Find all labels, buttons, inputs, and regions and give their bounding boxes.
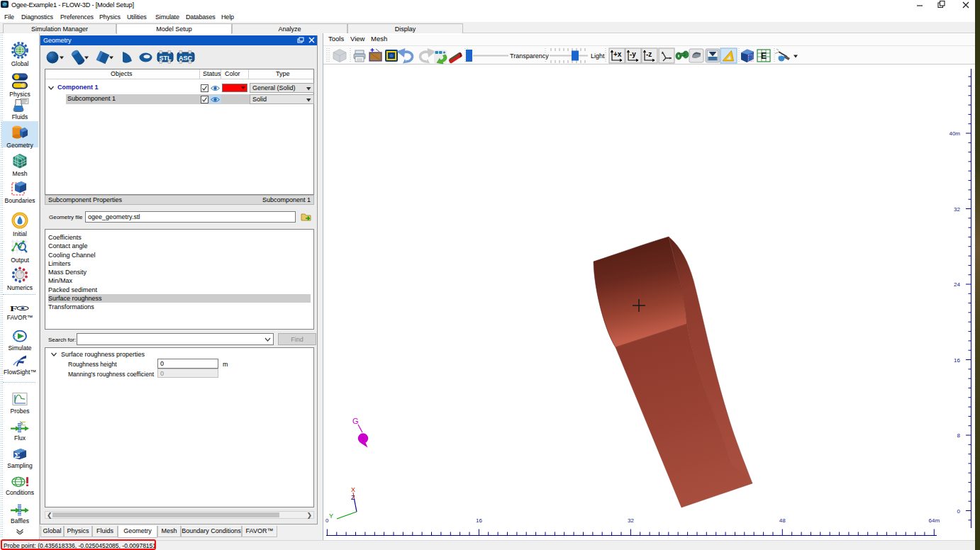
svg-text:16: 16	[476, 517, 482, 524]
svg-text:Σ: Σ	[14, 451, 21, 460]
svg-text:Light: Light	[591, 52, 605, 60]
svg-text:24: 24	[954, 281, 960, 288]
svg-text:E: E	[761, 51, 767, 61]
svg-text:STL: STL	[160, 55, 172, 62]
svg-text:Y: Y	[329, 512, 333, 520]
svg-text:0: 0	[957, 508, 961, 515]
svg-text:-z: -z	[646, 50, 652, 58]
svg-text:16: 16	[954, 357, 960, 364]
svg-text:48: 48	[779, 517, 786, 524]
svg-text:40m: 40m	[949, 130, 960, 137]
svg-text:0: 0	[325, 517, 329, 524]
svg-text:ASC: ASC	[179, 55, 193, 62]
svg-text:-y: -y	[630, 50, 636, 58]
svg-text:64m: 64m	[929, 517, 940, 524]
svg-text:Transparency: Transparency	[510, 52, 549, 60]
svg-text:G: G	[352, 417, 359, 425]
svg-text:F: F	[10, 304, 17, 313]
svg-text:32: 32	[954, 206, 960, 213]
svg-text:8: 8	[957, 432, 961, 439]
svg-text:32: 32	[628, 517, 634, 524]
svg-text:X: X	[351, 486, 355, 493]
svg-text:+x: +x	[613, 50, 622, 58]
